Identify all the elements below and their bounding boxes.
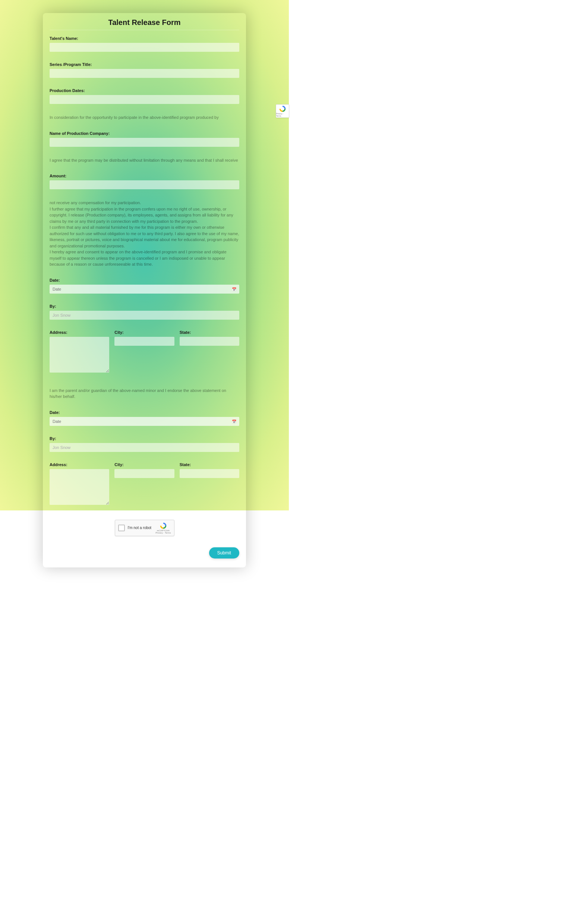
paragraph-2: I agree that the program may be distribu… [49,157,239,163]
recaptcha-widget[interactable]: I'm not a robot reCAPTCHA Privacy - Term… [115,520,174,536]
production-dates-label: Production Dates: [49,88,239,93]
by2-input[interactable] [49,443,239,452]
submit-button[interactable]: Submit [209,547,239,559]
city1-label: City: [114,330,174,334]
company-label: Name of Production Company: [49,131,239,136]
address1-input[interactable] [49,337,109,373]
title-divider [49,30,239,30]
talents-name-input[interactable] [49,43,239,52]
address2-label: Address: [49,462,109,467]
date1-input[interactable] [49,285,239,294]
state2-input[interactable] [180,469,239,478]
page-title: Talent Release Form [49,18,239,30]
recaptcha-icon [279,105,286,112]
address2-input[interactable] [49,469,109,505]
series-title-label: Series /Program Title: [49,62,239,67]
recaptcha-badge-text: Privacy - Terms [276,112,289,117]
amount-label: Amount: [49,174,239,178]
recaptcha-badge[interactable]: Privacy - Terms [276,104,289,118]
by1-input[interactable] [49,311,239,320]
address1-label: Address: [49,330,109,334]
city2-input[interactable] [114,469,174,478]
production-dates-input[interactable] [49,95,239,104]
amount-input[interactable] [49,180,239,189]
series-title-input[interactable] [49,69,239,78]
city1-input[interactable] [114,337,174,346]
company-input[interactable] [49,138,239,147]
recaptcha-label: I'm not a robot [128,526,156,530]
by1-label: By: [49,304,239,308]
talents-name-label: Talent's Name: [49,36,239,41]
by2-label: By: [49,436,239,441]
date2-label: Date: [49,410,239,415]
paragraph-1: In consideration for the opportunity to … [49,114,239,121]
date2-input[interactable] [49,417,239,426]
form-card: Talent Release Form Talent's Name: Serie… [43,13,246,567]
state1-input[interactable] [180,337,239,346]
long-paragraph-block: not receive any compensation for my part… [49,200,239,268]
paragraph-guardian: I am the parent and/or guardian of the a… [49,388,239,400]
recaptcha-checkbox[interactable] [118,525,125,531]
state1-label: State: [180,330,239,334]
date1-label: Date: [49,278,239,282]
city2-label: City: [114,462,174,467]
recaptcha-logo: reCAPTCHA Privacy - Terms [156,522,171,534]
state2-label: State: [180,462,239,467]
